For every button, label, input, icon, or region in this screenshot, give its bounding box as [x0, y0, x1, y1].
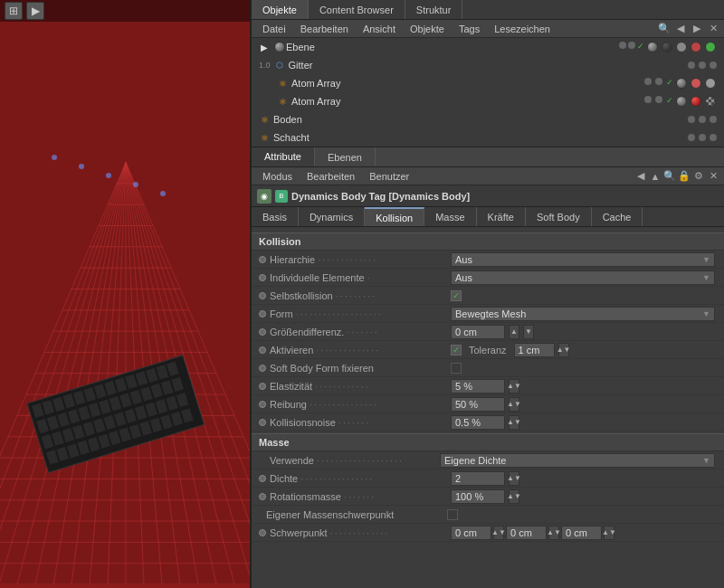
- 3d-viewport[interactable]: ⊞ ▶: [0, 0, 252, 588]
- scene-objects-list: ▶ Ebene ✓ 1.0 ⬡: [252, 38, 724, 147]
- arrow-left-icon[interactable]: ◀: [634, 169, 648, 184]
- stepper-sx[interactable]: ▲▼: [493, 526, 504, 540]
- dropdown-individuelle[interactable]: Aus ▼: [451, 270, 715, 285]
- prop-individuelle: Individuelle Elemente · Aus ▼: [252, 269, 724, 287]
- checkbox-aktivieren[interactable]: ✓: [451, 345, 462, 356]
- stepper-dichte[interactable]: ▲▼: [509, 471, 519, 486]
- close-small-icon[interactable]: ✕: [706, 169, 720, 184]
- dots: ·········: [336, 290, 377, 301]
- close-icon[interactable]: ✕: [706, 22, 720, 36]
- tab-struktur[interactable]: Struktur: [405, 0, 463, 19]
- stepper-rotation[interactable]: ▲▼: [509, 489, 519, 504]
- checkbox-softbody-fixieren[interactable]: [451, 363, 462, 374]
- dots: ··············: [316, 345, 380, 356]
- viewport-tool-1[interactable]: ⊞: [5, 2, 23, 20]
- dyn-tab-kollision[interactable]: Kollision: [365, 207, 424, 226]
- lock-icon[interactable]: 🔒: [677, 169, 691, 184]
- scene-obj-gitter[interactable]: 1.0 ⬡ Gitter: [252, 56, 724, 74]
- tab-objekte[interactable]: Objekte: [252, 0, 309, 19]
- dyn-tab-basis[interactable]: Basis: [252, 207, 299, 226]
- menu-objekte[interactable]: Objekte: [403, 20, 452, 37]
- dyn-tab-kraefte[interactable]: Kräfte: [477, 207, 526, 226]
- dropdown-val-hierarchie: Aus: [455, 254, 472, 265]
- settings-icon[interactable]: ⚙: [691, 169, 706, 184]
- dots: ·············: [318, 254, 377, 265]
- obj-mat4: [691, 42, 701, 52]
- stepper-reibung[interactable]: ▲▼: [509, 397, 519, 412]
- val-form: Bewegtes Mesh ▼: [451, 307, 717, 321]
- scene-obj-ebene[interactable]: ▶ Ebene ✓: [252, 38, 724, 56]
- stepper-noise[interactable]: ▲▼: [509, 415, 519, 430]
- scene-obj-boden[interactable]: ⚛ Boden: [252, 110, 724, 128]
- input-schwerpunkt-z[interactable]: [561, 526, 602, 540]
- nav-forward-icon[interactable]: ▶: [690, 22, 704, 36]
- stepper-elast[interactable]: ▲▼: [509, 379, 519, 394]
- label-verwende: Verwende ···················: [259, 455, 440, 466]
- arrow-up-icon[interactable]: ▲: [648, 169, 662, 184]
- sub-menu-bearbeiten[interactable]: Bearbeiten: [300, 167, 362, 185]
- input-schwerpunkt-y[interactable]: [506, 526, 547, 540]
- dyn-tab-masse[interactable]: Masse: [424, 207, 476, 226]
- viewport-tool-2[interactable]: ▶: [26, 2, 44, 20]
- prop-circle-softbody: [259, 365, 266, 372]
- input-groesse[interactable]: [451, 325, 505, 339]
- menu-datei[interactable]: Datei: [255, 20, 293, 37]
- val-hierarchie: Aus ▼: [451, 252, 717, 267]
- dropdown-hierarchie[interactable]: Aus ▼: [451, 252, 715, 267]
- scene-obj-atom2[interactable]: ⚛ Atom Array ✓: [259, 92, 724, 110]
- input-kollisionsnoise[interactable]: [451, 415, 505, 430]
- scene-obj-atom1[interactable]: ⚛ Atom Array ✓: [259, 74, 724, 92]
- sub-menu-benutzer[interactable]: Benutzer: [362, 167, 416, 185]
- prop-circle-rotation: [259, 493, 266, 500]
- dots: ·······: [344, 491, 376, 502]
- prop-circle-form: [259, 310, 266, 318]
- dyn-tab-softbody[interactable]: Soft Body: [526, 207, 592, 226]
- obj-mat: [691, 78, 701, 89]
- tab-content-browser[interactable]: Content Browser: [309, 0, 405, 19]
- checkbox-massenschwerpunkt[interactable]: [447, 509, 458, 520]
- obj-dot: [688, 134, 695, 141]
- sub-menu-modus[interactable]: Modus: [255, 167, 300, 185]
- input-rotationsmasse[interactable]: [451, 489, 505, 504]
- dyn-tab-cache[interactable]: Cache: [592, 207, 643, 226]
- label-selbstkollision: Selbstkollision ·········: [270, 290, 451, 301]
- obj-controls-schacht: [688, 134, 717, 141]
- input-dichte[interactable]: [451, 471, 505, 486]
- obj-controls-atom1: ✓: [644, 78, 717, 89]
- dropdown-form[interactable]: Bewegtes Mesh ▼: [451, 307, 715, 321]
- tab-attribute[interactable]: Attribute: [252, 147, 315, 166]
- obj-dot: [628, 42, 635, 49]
- checkbox-selbstkollision[interactable]: ✓: [451, 290, 462, 301]
- label-reibung: Reibung ···············: [270, 399, 451, 410]
- search-icon[interactable]: 🔍: [657, 22, 672, 36]
- menu-bar: Datei Bearbeiten Ansicht Objekte Tags Le…: [252, 20, 724, 38]
- prop-circle-aktivieren: [259, 346, 266, 354]
- input-toleranz[interactable]: [514, 343, 555, 357]
- menu-lesezeichen[interactable]: Lesezeichen: [487, 20, 557, 37]
- obj-mat1: [647, 42, 658, 52]
- stepper-toleranz[interactable]: ▲▼: [558, 343, 569, 357]
- input-reibung[interactable]: [451, 397, 505, 412]
- stepper-sy[interactable]: ▲▼: [548, 526, 559, 540]
- input-schwerpunkt-x[interactable]: [451, 526, 491, 540]
- scene-obj-schacht[interactable]: ⚛ Schacht: [252, 128, 724, 147]
- stepper-groesse-up[interactable]: ▲: [509, 325, 519, 339]
- dropdown-verwende[interactable]: Eigene Dichte ▼: [440, 453, 715, 468]
- dyn-tab-dynamics[interactable]: Dynamics: [299, 207, 365, 226]
- input-elastizitaet[interactable]: [451, 379, 505, 394]
- label-kollisionsnoise: Kollisionsnoise ·······: [270, 417, 451, 428]
- boden-icon: ⚛: [258, 113, 271, 126]
- menu-ansicht[interactable]: Ansicht: [356, 20, 403, 37]
- stepper-groesse-down[interactable]: ▼: [523, 325, 534, 339]
- obj-dot: [655, 78, 662, 85]
- search-small-icon[interactable]: 🔍: [662, 169, 677, 184]
- menu-bearbeiten[interactable]: Bearbeiten: [293, 20, 356, 37]
- tab-ebenen[interactable]: Ebenen: [315, 147, 376, 166]
- stepper-sz[interactable]: ▲▼: [604, 526, 614, 540]
- val-elastizitaet: ▲▼: [451, 379, 717, 394]
- obj-name-atom2: Atom Array: [291, 96, 644, 107]
- label-aktivieren: Aktivieren ··············: [270, 345, 451, 356]
- menu-tags[interactable]: Tags: [452, 20, 487, 37]
- expand-icon: 1.0: [259, 61, 271, 70]
- nav-back-icon[interactable]: ◀: [673, 22, 688, 36]
